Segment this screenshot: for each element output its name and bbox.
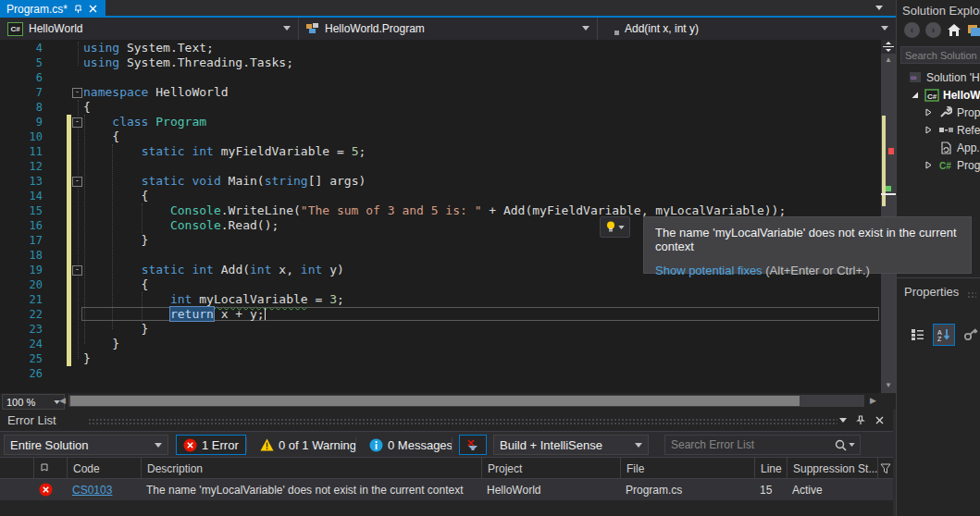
alphabetical-sort-icon[interactable]: AZ (933, 324, 955, 346)
code-text: } (83, 351, 91, 366)
tree-item-solution-helloworld[interactable]: ∞Solution 'HelloWorld' (897, 68, 980, 86)
code-line-9[interactable]: 9- class Program (0, 115, 881, 129)
file-column-header[interactable]: File (620, 458, 754, 479)
property-pages-icon[interactable] (960, 324, 980, 346)
collapsed-icon[interactable] (922, 161, 935, 169)
switch-views-icon[interactable] (967, 23, 980, 37)
code-line-23[interactable]: 23 } (0, 322, 881, 337)
error-list-titlebar[interactable]: Error List (0, 410, 893, 431)
pin-icon[interactable] (74, 5, 82, 14)
code-line-7[interactable]: 7-namespace HelloWorld (0, 85, 881, 100)
tree-item-references[interactable]: References (897, 121, 980, 139)
search-solution-input[interactable] (901, 50, 980, 61)
fold-toggle-icon[interactable]: - (72, 265, 82, 276)
code-line-26[interactable]: 26 (0, 366, 881, 381)
change-bar (67, 248, 71, 263)
column-filter-button[interactable] (877, 458, 893, 479)
warnings-filter-button[interactable]: 0 of 1 Warning (254, 435, 363, 455)
code-line-22[interactable]: 22 return x + y; (0, 307, 881, 322)
code-line-10[interactable]: 10 { (0, 129, 881, 144)
tree-item-properties[interactable]: Properties (897, 104, 980, 121)
messages-filter-button[interactable]: 0 Messages (363, 435, 459, 455)
code-line-25[interactable]: 25} (0, 351, 881, 366)
back-icon[interactable]: ‹ (904, 22, 920, 38)
close-icon[interactable] (89, 5, 97, 13)
tab-program-cs[interactable]: Program.cs* (0, 0, 105, 18)
multi-filter-button[interactable] (459, 435, 487, 455)
window-position-icon[interactable] (839, 418, 847, 423)
error-line-cell: 15 (754, 484, 787, 497)
code-line-14[interactable]: 14 { (0, 189, 881, 203)
close-icon[interactable] (875, 416, 884, 424)
type-dropdown-label: HelloWorld.Program (325, 22, 425, 35)
source-filter-value: Build + IntelliSense (500, 438, 602, 452)
project-dropdown[interactable]: C# HelloWorld (0, 18, 299, 40)
scroll-up-icon[interactable]: ▲ (881, 55, 896, 66)
code-line-24[interactable]: 24 } (0, 337, 881, 351)
code-line-8[interactable]: 8{ (0, 100, 881, 115)
member-dropdown-label: Add(int x, int y) (625, 22, 699, 35)
error-code-link[interactable]: CS0103 (72, 484, 112, 497)
document-overflow-icon[interactable] (875, 6, 883, 10)
code-line-4[interactable]: 4using System.Text; (0, 41, 881, 55)
solution-explorer-search[interactable] (900, 46, 980, 64)
error-row[interactable]: CS0103 The name 'myLocalVariable' does n… (0, 479, 893, 500)
pin-icon[interactable] (856, 415, 865, 425)
error-list-search[interactable] (664, 435, 861, 455)
tree-item-helloworld[interactable]: C#HelloWorld (897, 86, 980, 104)
fold-toggle-icon[interactable]: - (72, 177, 82, 187)
error-project-cell: HelloWorld (481, 484, 620, 497)
description-column-header[interactable]: Description (141, 458, 481, 479)
severity-column-header[interactable] (33, 458, 67, 479)
expanded-icon[interactable] (908, 91, 921, 99)
info-icon (369, 438, 383, 452)
code-line-13[interactable]: 13- static void Main(string[] args) (0, 174, 881, 189)
scrollbar-warning-marker (886, 186, 891, 191)
line-column-header[interactable]: Line (754, 458, 787, 479)
code-line-12[interactable]: 12 (0, 159, 881, 174)
error-code-cell[interactable]: CS0103 (67, 484, 141, 497)
show-potential-fixes-link[interactable]: Show potential fixes (655, 264, 763, 277)
code-column-header[interactable]: Code (67, 458, 141, 479)
search-error-list-input[interactable] (665, 438, 835, 451)
project-column-header[interactable]: Project (481, 458, 620, 479)
tree-item-program-cs[interactable]: C#Program.cs (897, 156, 980, 174)
home-icon[interactable] (947, 23, 961, 37)
change-bar (67, 277, 71, 292)
collapsed-icon[interactable] (922, 108, 935, 117)
line-number: 25 (0, 351, 43, 366)
line-number: 16 (0, 218, 43, 233)
scope-filter-dropdown[interactable]: Entire Solution (4, 435, 168, 455)
scroll-left-icon[interactable]: ◀ (59, 396, 66, 405)
source-filter-dropdown[interactable]: Build + IntelliSense (493, 435, 649, 455)
code-line-6[interactable]: 6 (0, 70, 881, 85)
scroll-right-icon[interactable]: ▶ (870, 396, 876, 405)
type-dropdown[interactable]: HelloWorld.Program (299, 18, 598, 40)
fold-toggle-icon[interactable]: - (72, 117, 82, 128)
errors-filter-button[interactable]: 1 Error (176, 435, 246, 455)
tree-item-label: Solution 'HelloWorld' (926, 71, 980, 84)
editor-horizontal-scrollbar[interactable] (68, 395, 864, 407)
member-dropdown[interactable]: Add(int x, int y) (598, 18, 896, 40)
line-number: 11 (0, 144, 43, 159)
chevron-down-icon (881, 26, 888, 31)
chevron-down-icon[interactable] (849, 443, 855, 447)
code-line-20[interactable]: 20 { (0, 277, 881, 292)
splitter-grip-icon[interactable] (881, 40, 896, 54)
line-number: 14 (0, 189, 43, 203)
categorized-icon[interactable] (906, 324, 928, 346)
code-line-11[interactable]: 11 static int myFieldVariable = 5; (0, 144, 881, 159)
search-icon[interactable] (835, 439, 847, 451)
tree-item-app-config[interactable]: App.config (897, 139, 980, 156)
suppression-column-header[interactable]: Suppression St... (787, 458, 877, 479)
code-line-21[interactable]: 21 int myLocalVariable = 3; (0, 292, 881, 307)
fold-toggle-icon[interactable]: - (72, 88, 82, 98)
code-line-5[interactable]: 5using System.Threading.Tasks; (0, 55, 881, 70)
scroll-down-icon[interactable]: ▼ (881, 380, 896, 391)
forward-icon[interactable]: › (925, 22, 941, 38)
zoom-dropdown[interactable]: 100 % (2, 394, 65, 410)
collapsed-icon[interactable] (922, 126, 935, 134)
line-number: 12 (0, 159, 43, 174)
quick-fix-lightbulb[interactable] (600, 216, 630, 238)
scrollbar-thumb[interactable] (70, 396, 800, 406)
